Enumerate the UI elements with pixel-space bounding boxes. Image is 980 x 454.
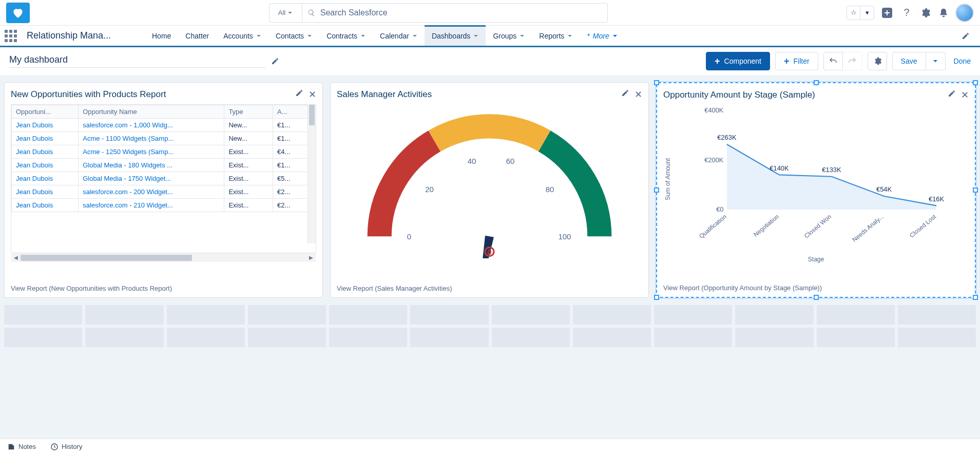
resize-handle[interactable] <box>973 80 978 85</box>
nav-item-label: Groups <box>493 32 516 40</box>
svg-text:€263K: €263K <box>717 134 737 141</box>
line-chart: €400K€200K€0€263K€140K€133K€54K€16KQuali… <box>672 105 969 254</box>
pencil-icon[interactable] <box>271 57 279 65</box>
done-button[interactable]: Done <box>954 57 971 65</box>
nav-item-chatter[interactable]: Chatter <box>178 26 216 46</box>
x-axis-label: Stage <box>663 256 969 263</box>
svg-text:0: 0 <box>407 232 411 241</box>
caret-down-icon <box>567 33 572 39</box>
app-launcher-button[interactable] <box>0 26 22 46</box>
plus-icon: + <box>715 56 720 67</box>
scroll-left-icon[interactable]: ◀ <box>11 255 21 260</box>
y-axis-label: Sum of Amount <box>663 105 672 254</box>
table-row: Jean DuboisAcme - 1250 Widgets (Samp...E… <box>12 145 316 159</box>
resize-handle[interactable] <box>973 187 978 193</box>
edit-widget-button[interactable] <box>295 89 303 100</box>
resize-handle[interactable] <box>814 295 819 300</box>
nav-item-accounts[interactable]: Accounts <box>216 26 268 46</box>
dashboard-settings-button[interactable] <box>868 52 887 70</box>
table-cell[interactable]: Acme - 1250 Widgets (Samp... <box>79 145 224 159</box>
nav-item-reports[interactable]: Reports <box>532 26 580 46</box>
dashboard-title[interactable]: My dashboard <box>9 54 266 68</box>
save-button[interactable]: Save <box>892 52 926 70</box>
search-filter-dropdown[interactable]: All <box>270 4 302 22</box>
nav-more[interactable]: * More <box>580 26 624 46</box>
widget-sales-gauge[interactable]: Sales Manager Activities ✕ 0 20 <box>330 82 649 298</box>
caret-down-icon <box>360 33 366 39</box>
remove-widget-button[interactable]: ✕ <box>961 89 969 101</box>
notifications-button[interactable] <box>937 6 950 20</box>
view-report-link[interactable]: View Report (Opportunity Amount by Stage… <box>663 279 969 292</box>
table-cell[interactable]: Global Media - 1750 Widget... <box>79 172 224 185</box>
widget-opportunity-amount-chart[interactable]: Opportunity Amount by Stage (Sample) ✕ S… <box>656 82 976 298</box>
favorites-control[interactable]: ☆ ▾ <box>847 6 874 20</box>
resize-handle[interactable] <box>973 295 978 300</box>
gear-icon <box>919 7 931 18</box>
add-filter-button[interactable]: + Filter <box>775 52 818 70</box>
caret-down-icon[interactable]: ▾ <box>860 6 874 20</box>
table-cell[interactable]: Acme - 1100 Widgets (Samp... <box>79 132 224 145</box>
star-icon[interactable]: ☆ <box>847 6 860 20</box>
help-button[interactable]: ? <box>900 6 913 20</box>
table-cell[interactable]: Jean Dubois <box>12 145 79 159</box>
add-component-button[interactable]: + Component <box>706 52 770 70</box>
resize-handle[interactable] <box>654 187 659 193</box>
remove-widget-button[interactable]: ✕ <box>309 89 316 100</box>
scroll-right-icon[interactable]: ▶ <box>306 255 316 260</box>
undo-button[interactable] <box>823 52 843 70</box>
table-cell[interactable]: Global Media - 180 Widgets ... <box>79 159 224 172</box>
nav-item-label: Chatter <box>185 32 209 40</box>
remove-widget-button[interactable]: ✕ <box>635 89 642 100</box>
resize-handle[interactable] <box>654 295 659 300</box>
nav-item-contracts[interactable]: Contracts <box>319 26 373 46</box>
add-component-label: Component <box>724 57 761 65</box>
column-header[interactable]: Type <box>224 105 273 119</box>
svg-text:€200K: €200K <box>704 156 724 164</box>
horizontal-scrollbar[interactable]: ◀ ▶ <box>11 253 316 262</box>
table-cell[interactable]: Jean Dubois <box>12 159 79 172</box>
edit-widget-button[interactable] <box>621 89 629 100</box>
view-report-link[interactable]: View Report (Sales Manager Activities) <box>337 279 642 292</box>
dashboard-builder-bar: My dashboard + Component + Filter Save D… <box>0 47 980 75</box>
search-input[interactable] <box>320 8 602 17</box>
svg-text:0: 0 <box>487 248 491 256</box>
user-avatar[interactable] <box>955 4 974 22</box>
vertical-scrollbar[interactable] <box>308 105 316 243</box>
view-report-link[interactable]: View Report (New Opportunities with Prod… <box>11 279 316 292</box>
svg-text:€0: €0 <box>716 205 723 213</box>
edit-nav-button[interactable] <box>954 26 977 46</box>
table-cell[interactable]: salesforce.com - 1,000 Widg... <box>79 119 224 132</box>
svg-text:Qualification: Qualification <box>698 213 728 240</box>
resize-handle[interactable] <box>814 80 819 85</box>
save-menu-button[interactable] <box>926 52 946 70</box>
column-header[interactable]: Opportuni... <box>12 105 79 119</box>
nav-item-contacts[interactable]: Contacts <box>268 26 319 46</box>
table-cell[interactable]: Jean Dubois <box>12 199 79 212</box>
pencil-icon <box>621 89 629 97</box>
nav-item-dashboards[interactable]: Dashboards <box>425 26 486 46</box>
add-action-button[interactable] <box>879 5 895 21</box>
widget-opportunities-table[interactable]: New Opportunities with Products Report ✕… <box>4 82 323 298</box>
nav-item-home[interactable]: Home <box>145 26 178 46</box>
resize-handle[interactable] <box>654 80 659 85</box>
table-cell[interactable]: salesforce.com - 210 Widget... <box>79 199 224 212</box>
edit-widget-button[interactable] <box>948 89 956 101</box>
column-header[interactable]: Opportunity Name <box>79 105 224 119</box>
table-cell[interactable]: Jean Dubois <box>12 185 79 199</box>
svg-text:€140K: €140K <box>770 164 789 172</box>
nav-item-calendar[interactable]: Calendar <box>373 26 425 46</box>
svg-text:80: 80 <box>546 185 554 194</box>
setup-gear-button[interactable] <box>918 6 932 20</box>
plus-icon: + <box>784 56 790 67</box>
pencil-icon <box>962 32 970 40</box>
table-cell[interactable]: salesforce.com - 200 Widget... <box>79 185 224 199</box>
table-cell[interactable]: Jean Dubois <box>12 132 79 145</box>
caret-down-icon <box>412 33 417 39</box>
app-logo <box>6 3 30 23</box>
undo-icon <box>829 56 838 66</box>
table-cell[interactable]: Jean Dubois <box>12 172 79 185</box>
table-cell[interactable]: Jean Dubois <box>12 119 79 132</box>
nav-item-groups[interactable]: Groups <box>486 26 532 46</box>
caret-down-icon <box>933 59 938 64</box>
redo-button[interactable] <box>843 52 862 70</box>
